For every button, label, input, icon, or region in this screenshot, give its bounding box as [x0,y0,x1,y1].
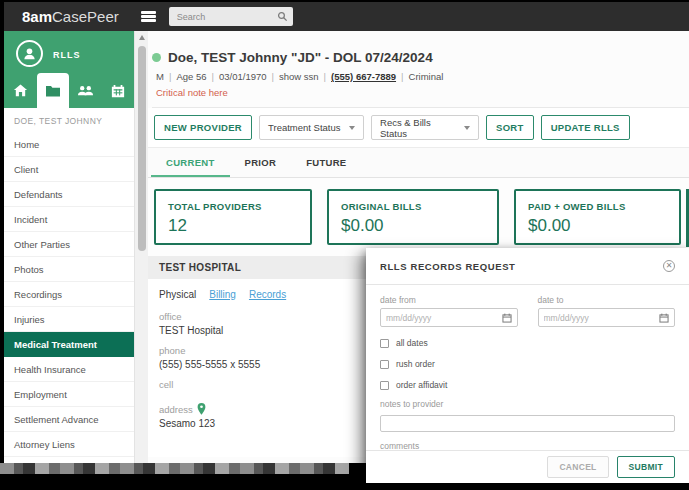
meta-dob: 03/01/1970 [219,71,267,82]
calendar-picker-icon[interactable] [659,313,669,323]
treatment-view-tabs: CURRENT PRIOR FUTURE [148,147,689,178]
case-title: Doe, TEST Johnny "JD" - DOL 07/24/2024 [168,50,433,65]
sidebar-item-injuries[interactable]: Injuries [4,307,134,332]
meta-age: Age 56 [176,71,206,82]
provider-tab-billing[interactable]: Billing [209,289,236,300]
case-header: Doe, TEST Johnny "JD" - DOL 07/24/2024 M… [148,31,689,108]
case-status-dot [152,53,161,62]
sort-button[interactable]: SORT [486,115,534,140]
case-meta-row: M|Age 56|03/01/1970|show ssn|(555) 667-7… [152,71,689,82]
sidebar-item-employment[interactable]: Employment [4,382,134,407]
treatment-status-dropdown[interactable]: Treatment Status [259,115,364,140]
summary-cards: TOTAL PROVIDERS 12 ORIGINAL BILLS $0.00 … [148,178,689,256]
critical-note: Critical note here [152,87,689,98]
calendar-picker-icon[interactable] [502,313,512,323]
date-from-field [380,308,518,327]
sidebar-case-name: DOE, TEST JOHNNY [4,108,134,132]
original-bills-card: ORIGINAL BILLS $0.00 [327,189,499,245]
new-provider-button[interactable]: NEW PROVIDER [154,115,252,140]
search-input[interactable] [177,12,277,22]
home-icon[interactable] [4,73,37,108]
rush-order-label: rush order [396,359,435,369]
chevron-down-icon [349,126,355,130]
recs-bills-status-dropdown[interactable]: Recs & Bills Status [371,115,479,140]
date-to-input[interactable] [544,313,660,323]
sidebar-item-defendants[interactable]: Defendants [4,182,134,207]
chevron-down-icon [464,126,470,130]
sidebar-item-medical-treatment[interactable]: Medical Treatment [4,332,134,357]
sidebar-item-client[interactable]: Client [4,157,134,182]
hamburger-menu-icon[interactable] [141,11,156,22]
provider-toolbar: NEW PROVIDER Treatment Status Recs & Bil… [148,108,689,147]
rlls-records-request-modal: RLLS RECORDS REQUEST ✕ date from date to [366,248,689,483]
meta-case-type: Criminal [409,71,444,82]
paid-owed-bills-value: $0.00 [528,216,667,236]
sidebar-item-home[interactable]: Home [4,132,134,157]
user-avatar[interactable] [16,40,43,67]
sidebar-item-other-parties[interactable]: Other Parties [4,232,134,257]
case-folder-icon[interactable] [37,73,70,108]
rush-order-checkbox[interactable] [380,360,389,369]
calendar-icon[interactable] [102,73,135,108]
top-bar: 8amCasePeer [4,2,689,31]
update-rlls-button[interactable]: UPDATE RLLS [541,115,630,140]
provider-tab-records[interactable]: Records [249,289,286,300]
date-from-label: date from [380,295,518,305]
cancel-button[interactable]: CANCEL [547,456,608,478]
sidebar-item-health-insurance[interactable]: Health Insurance [4,357,134,382]
sidebar-item-recordings[interactable]: Recordings [4,282,134,307]
tab-prior[interactable]: PRIOR [230,148,292,177]
order-affidavit-label: order affidavit [396,380,447,390]
sidebar-item-attorney-liens[interactable]: Attorney Liens [4,432,134,457]
sidebar-scrollbar[interactable] [134,31,148,463]
sidebar-item-incident[interactable]: Incident [4,207,134,232]
sidebar-item-settlement-advance[interactable]: Settlement Advance [4,407,134,432]
notes-to-provider-input[interactable] [380,415,675,432]
all-dates-checkbox[interactable] [380,339,389,348]
scrollbar-thumb[interactable] [138,46,146,251]
total-providers-card: TOTAL PROVIDERS 12 [154,189,312,245]
screenshot-torn-edge [0,463,349,474]
logo-light-text: CasePeer [52,8,119,25]
comments-label: comments [380,441,675,451]
address-label: address [159,404,193,415]
original-bills-value: $0.00 [341,216,485,236]
all-dates-label: all dates [396,338,428,348]
date-to-field [538,308,676,327]
show-ssn-link[interactable]: show ssn [279,71,319,82]
scrollbar-up-arrow-icon[interactable] [139,35,145,40]
date-from-input[interactable] [386,313,502,323]
map-pin-icon[interactable] [197,403,206,415]
notes-to-provider-label: notes to provider [380,399,675,409]
account-initials: RLLS [53,50,81,60]
sidebar-icon-tabs [4,73,134,108]
search-box [169,7,293,26]
provider-tab-physical[interactable]: Physical [159,289,196,300]
paid-owed-bills-card: PAID + OWED BILLS $0.00 [514,189,681,245]
contacts-icon[interactable] [69,73,102,108]
casepeer-logo[interactable]: 8amCasePeer [22,8,119,25]
meta-gender: M [156,71,164,82]
order-affidavit-checkbox[interactable] [380,381,389,390]
tab-current[interactable]: CURRENT [151,148,230,177]
close-icon[interactable]: ✕ [663,260,675,272]
phone-link[interactable]: (555) 667-7889 [331,71,396,82]
logo-bold-text: 8am [22,8,52,25]
sidebar-account-section: RLLS [4,31,134,108]
sidebar-item-photos[interactable]: Photos [4,257,134,282]
date-to-label: date to [538,295,676,305]
submit-button[interactable]: SUBMIT [617,456,675,478]
tab-future[interactable]: FUTURE [291,148,361,177]
search-icon[interactable] [277,11,288,22]
total-providers-value: 12 [168,216,298,236]
sidebar: RLLS DOE, TEST JOHNNY Home Client Defend… [4,31,134,463]
modal-title: RLLS RECORDS REQUEST [380,261,516,272]
